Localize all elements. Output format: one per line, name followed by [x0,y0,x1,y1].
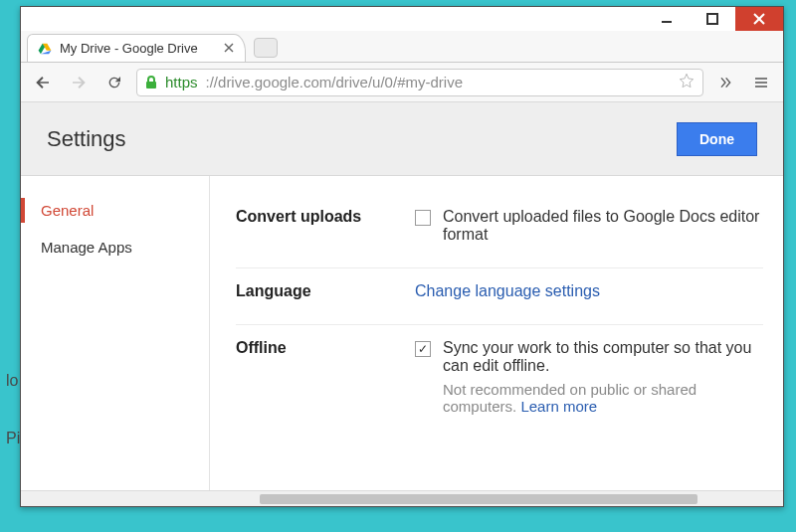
settings-header: Settings Done [21,102,783,176]
section-label: Offline [236,339,415,415]
page-content: Settings Done General Manage Apps Conver… [21,102,783,506]
convert-uploads-text: Convert uploaded files to Google Docs ed… [443,208,763,244]
offline-sync-text: Sync your work to this computer so that … [443,339,763,375]
section-language: Language Change language settings [236,268,763,325]
back-button[interactable] [29,69,57,96]
learn-more-link[interactable]: Learn more [520,398,597,415]
maximize-icon [706,13,718,25]
sidebar-item-general[interactable]: General [21,192,209,229]
url-scheme: https [165,74,198,90]
bookmark-star-button[interactable] [679,73,695,92]
arrow-right-icon [70,74,88,91]
reload-icon [106,75,122,90]
background-text: Pi [6,430,20,447]
forward-button[interactable] [65,69,93,96]
section-label: Convert uploads [236,208,415,244]
browser-window: My Drive - Google Drive https://drive.go… [20,6,784,507]
arrow-left-icon [34,74,52,91]
overflow-chevrons-button[interactable] [711,69,739,96]
lock-icon [145,76,157,89]
svg-rect-9 [146,82,156,89]
svg-rect-1 [707,14,717,24]
change-language-link[interactable]: Change language settings [415,282,600,299]
browser-toolbar: https://drive.google.com/drive/u/0/#my-d… [21,63,783,102]
settings-panel: Convert uploads Convert uploaded files t… [210,176,783,490]
hamburger-icon [753,75,769,90]
browser-tabs: My Drive - Google Drive [21,31,783,63]
browser-tab[interactable]: My Drive - Google Drive [27,34,246,62]
window-titlebar [21,7,783,31]
star-icon [679,73,695,89]
convert-uploads-checkbox[interactable] [415,210,431,226]
address-bar[interactable]: https://drive.google.com/drive/u/0/#my-d… [136,69,703,96]
reload-button[interactable] [100,69,128,96]
drive-favicon-icon [38,42,52,56]
section-offline: Offline Sync your work to this computer … [236,325,763,439]
svg-rect-0 [662,21,672,23]
chevrons-right-icon [717,75,733,90]
section-convert-uploads: Convert uploads Convert uploaded files t… [236,194,763,268]
page-title: Settings [47,126,126,152]
tab-title: My Drive - Google Drive [60,41,198,56]
done-button[interactable]: Done [677,122,757,156]
new-tab-button[interactable] [254,38,278,58]
minimize-button[interactable] [644,8,690,30]
scrollbar-thumb[interactable] [260,494,697,504]
menu-button[interactable] [747,69,775,96]
offline-sync-checkbox[interactable] [415,341,431,357]
url-path: ://drive.google.com/drive/u/0/#my-drive [206,74,463,90]
settings-sidebar: General Manage Apps [21,176,210,490]
section-label: Language [236,282,415,300]
background-text: lo [6,372,18,390]
close-window-button[interactable] [735,7,783,31]
maximize-button[interactable] [690,8,735,30]
minimize-icon [661,13,673,25]
close-tab-button[interactable] [221,40,237,56]
close-icon [753,13,765,25]
sidebar-item-manage-apps[interactable]: Manage Apps [21,229,209,266]
horizontal-scrollbar[interactable] [21,490,783,506]
close-icon [224,43,234,53]
